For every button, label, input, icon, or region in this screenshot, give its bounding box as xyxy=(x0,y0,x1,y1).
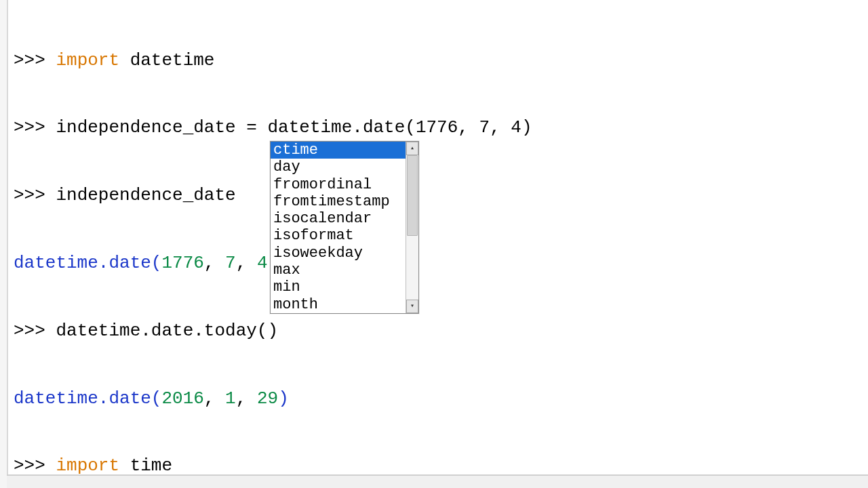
code-text: independence_date = datetime.date(1776, … xyxy=(56,117,532,138)
output-number: 1 xyxy=(225,388,236,409)
autocomplete-item[interactable]: ctime xyxy=(271,142,406,159)
output-comma: , xyxy=(236,253,257,273)
shell-output: datetime.date(2016, 1, 29) xyxy=(14,388,865,410)
scroll-down-button[interactable]: ▾ xyxy=(406,300,418,313)
prompt: >>> xyxy=(14,455,45,476)
prompt: >>> xyxy=(14,50,45,70)
scroll-track[interactable] xyxy=(406,155,418,300)
output-number: 7 xyxy=(225,253,236,273)
chevron-up-icon: ▴ xyxy=(410,144,414,152)
code-text: datetime xyxy=(119,50,214,70)
autocomplete-item[interactable]: day xyxy=(271,159,406,176)
scroll-thumb[interactable] xyxy=(407,155,418,236)
code-text: independence_date xyxy=(56,185,235,205)
prompt: >>> xyxy=(14,321,45,341)
autocomplete-item[interactable]: fromordinal xyxy=(271,176,406,193)
output-close: ) xyxy=(278,388,289,409)
keyword-import: import xyxy=(56,455,119,476)
output-comma: , xyxy=(236,388,257,409)
shell-output: datetime.date(1776, 7, 4) xyxy=(14,252,865,274)
output-comma: , xyxy=(204,253,225,273)
autocomplete-item[interactable]: isoweekday xyxy=(271,245,406,262)
autocomplete-item[interactable]: isoformat xyxy=(271,227,406,244)
output-number: 2016 xyxy=(161,388,203,409)
output-call: datetime.date( xyxy=(14,253,161,273)
shell-line: >>> import datetime xyxy=(14,49,865,72)
autocomplete-item[interactable]: max xyxy=(271,262,406,279)
autocomplete-item[interactable]: min xyxy=(271,279,406,296)
python-shell[interactable]: >>> import datetime >>> independence_dat… xyxy=(7,0,868,488)
shell-line: >>> independence_date = datetime.date(17… xyxy=(14,117,865,139)
output-number: 1776 xyxy=(161,253,203,273)
output-comma: , xyxy=(204,388,225,409)
prompt: >>> xyxy=(14,117,45,138)
autocomplete-item[interactable]: month xyxy=(271,296,406,313)
chevron-down-icon: ▾ xyxy=(410,302,414,310)
keyword-import: import xyxy=(56,50,119,70)
output-number: 29 xyxy=(257,388,278,409)
autocomplete-item[interactable]: isocalendar xyxy=(271,210,406,227)
output-number: 4 xyxy=(257,253,268,273)
prompt: >>> xyxy=(14,185,45,205)
autocomplete-popup[interactable]: ctime day fromordinal fromtimestamp isoc… xyxy=(270,141,419,314)
shell-line: >>> independence_date xyxy=(14,184,865,207)
code-text: datetime.date.today() xyxy=(56,321,278,341)
output-call: datetime.date( xyxy=(14,388,161,409)
autocomplete-list[interactable]: ctime day fromordinal fromtimestamp isoc… xyxy=(271,142,406,313)
shell-line: >>> datetime.date.today() xyxy=(14,320,865,342)
autocomplete-item[interactable]: fromtimestamp xyxy=(271,193,406,210)
autocomplete-scrollbar[interactable]: ▴ ▾ xyxy=(406,142,418,313)
status-bar xyxy=(7,474,868,488)
scroll-up-button[interactable]: ▴ xyxy=(406,142,418,155)
code-text: time xyxy=(119,455,172,476)
